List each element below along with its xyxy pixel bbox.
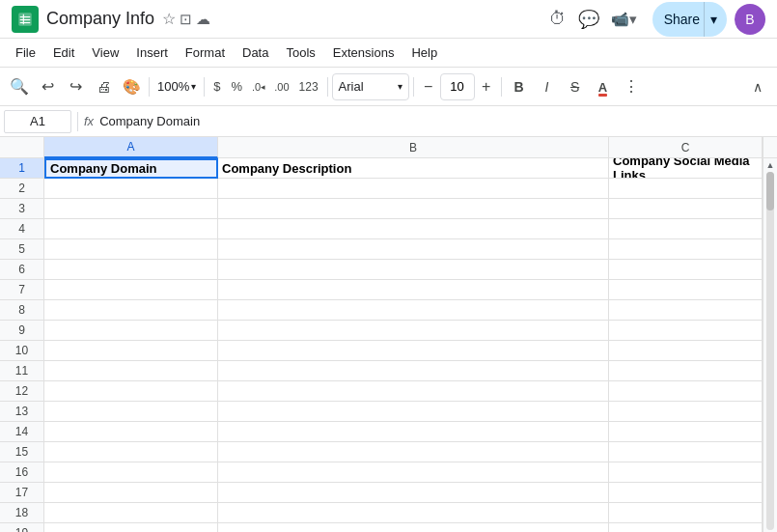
dec-increase-label: .00 — [274, 81, 289, 93]
table-row-7 — [44, 280, 763, 300]
menu-help[interactable]: Help — [403, 42, 445, 64]
menu-insert[interactable]: Insert — [128, 42, 176, 64]
font-size-value: 10 — [450, 79, 463, 94]
row-num-1[interactable]: 1 — [0, 158, 44, 179]
row-num-11[interactable]: 11 — [0, 361, 44, 381]
table-row-18 — [44, 503, 763, 523]
meet-icon-btn[interactable]: 📹▾ — [604, 4, 645, 35]
star-icon[interactable]: ☆ — [162, 10, 176, 28]
scrollbar-corner-top — [763, 137, 777, 158]
folder-icon[interactable]: ⊡ — [180, 11, 192, 28]
menu-data[interactable]: Data — [235, 42, 276, 64]
font-size-increase-btn[interactable]: + — [476, 73, 497, 100]
cell-b1[interactable]: Company Description — [218, 158, 609, 179]
menu-edit[interactable]: Edit — [45, 42, 82, 64]
menu-file[interactable]: File — [8, 42, 43, 64]
title-bar: Company Info ☆ ⊡ ☁ ⏱ 💬 📹▾ Share ▾ B — [0, 0, 777, 39]
spreadsheet: A B C 1 2 3 4 5 6 7 8 9 10 11 12 13 14 1… — [0, 137, 777, 532]
table-row-8 — [44, 300, 763, 321]
cell-c1[interactable]: Company Social Media Links — [609, 158, 763, 179]
row-num-13[interactable]: 13 — [0, 402, 44, 422]
row-num-19[interactable]: 19 — [0, 523, 44, 532]
row-num-4[interactable]: 4 — [0, 219, 44, 239]
comment-icon-btn[interactable]: 💬 — [573, 4, 604, 35]
row-num-corner — [0, 137, 44, 158]
formula-content: Company Domain — [99, 114, 773, 128]
row-num-14[interactable]: 14 — [0, 422, 44, 442]
dec-decrease-btn[interactable]: .0 ◂ — [248, 79, 269, 95]
currency-btn[interactable]: $ — [208, 77, 225, 96]
svg-rect-1 — [20, 16, 31, 17]
redo-btn[interactable]: ↪ — [62, 73, 89, 100]
menu-tools[interactable]: Tools — [278, 42, 322, 64]
search-btn[interactable]: 🔍 — [6, 73, 33, 100]
history-icon-btn[interactable]: ⏱ — [542, 4, 573, 35]
font-chevron: ▾ — [398, 81, 402, 92]
menu-view[interactable]: View — [84, 42, 126, 64]
zoom-value: 100% — [157, 79, 189, 94]
cloud-icon: ☁ — [196, 11, 210, 28]
row-num-6[interactable]: 6 — [0, 260, 44, 280]
text-color-icon: A — [598, 79, 607, 95]
table-row-10 — [44, 341, 763, 361]
share-label: Share — [664, 12, 700, 27]
formula-bar: A1 fx Company Domain — [0, 106, 777, 137]
row-num-12[interactable]: 12 — [0, 381, 44, 402]
row-num-16[interactable]: 16 — [0, 462, 44, 483]
italic-btn[interactable]: I — [534, 73, 561, 100]
cell-ref-box[interactable]: A1 — [4, 110, 71, 133]
font-size-box[interactable]: 10 — [440, 73, 475, 100]
row-num-18[interactable]: 18 — [0, 503, 44, 523]
table-row-16 — [44, 462, 763, 483]
table-row-12 — [44, 381, 763, 402]
share-button[interactable]: Share ▾ — [652, 2, 727, 37]
menu-extensions[interactable]: Extensions — [325, 42, 402, 64]
table-row-4 — [44, 219, 763, 239]
sheets-icon — [16, 11, 34, 28]
row-num-10[interactable]: 10 — [0, 341, 44, 361]
font-selector[interactable]: Arial ▾ — [332, 73, 409, 100]
menu-bar: File Edit View Insert Format Data Tools … — [0, 39, 777, 68]
more-formats-btn[interactable]: ⋮ — [618, 73, 645, 100]
row-num-3[interactable]: 3 — [0, 199, 44, 219]
toolbar: 🔍 ↩ ↪ 🖨 🎨 100% ▾ $ % .0 ◂ .00 123 Arial … — [0, 68, 777, 106]
cell-a1[interactable]: Company Domain — [44, 158, 218, 179]
paint-format-btn[interactable]: 🎨 — [118, 73, 145, 100]
v-scroll-thumb[interactable] — [766, 172, 774, 210]
col-header-c[interactable]: C — [609, 137, 763, 158]
row-num-8[interactable]: 8 — [0, 300, 44, 321]
toolbar-separator-4 — [413, 77, 414, 97]
table-row-9 — [44, 321, 763, 341]
row-num-9[interactable]: 9 — [0, 321, 44, 341]
bold-btn[interactable]: B — [506, 73, 533, 100]
share-chevron: ▾ — [704, 2, 723, 37]
strikethrough-btn[interactable]: S — [562, 73, 589, 100]
table-row-6 — [44, 260, 763, 280]
dec-increase-btn[interactable]: .00 — [270, 79, 292, 95]
row-num-15[interactable]: 15 — [0, 442, 44, 462]
format-number-btn[interactable]: 123 — [294, 78, 323, 96]
percent-btn[interactable]: % — [226, 77, 247, 96]
col-header-b[interactable]: B — [218, 137, 609, 158]
table-row-15 — [44, 442, 763, 462]
formula-divider-1 — [77, 112, 78, 131]
row-num-2[interactable]: 2 — [0, 179, 44, 199]
v-scroll-up-arrow[interactable]: ▲ — [766, 160, 775, 170]
collapse-btn[interactable]: ∧ — [744, 73, 771, 100]
undo-btn[interactable]: ↩ — [34, 73, 61, 100]
row-num-7[interactable]: 7 — [0, 280, 44, 300]
toolbar-separator-5 — [501, 77, 502, 97]
table-row-2 — [44, 179, 763, 199]
font-size-decrease-btn[interactable]: − — [418, 73, 439, 100]
toolbar-separator-3 — [327, 77, 328, 97]
col-header-a[interactable]: A — [44, 137, 218, 158]
v-scroll-track[interactable] — [766, 172, 774, 530]
table-row-19 — [44, 523, 763, 532]
row-num-17[interactable]: 17 — [0, 483, 44, 503]
vertical-scrollbar[interactable]: ▲ ▼ — [763, 158, 777, 532]
menu-format[interactable]: Format — [178, 42, 233, 64]
print-btn[interactable]: 🖨 — [90, 73, 117, 100]
text-color-btn[interactable]: A — [590, 73, 617, 100]
zoom-selector[interactable]: 100% ▾ — [153, 77, 200, 96]
row-num-5[interactable]: 5 — [0, 239, 44, 260]
